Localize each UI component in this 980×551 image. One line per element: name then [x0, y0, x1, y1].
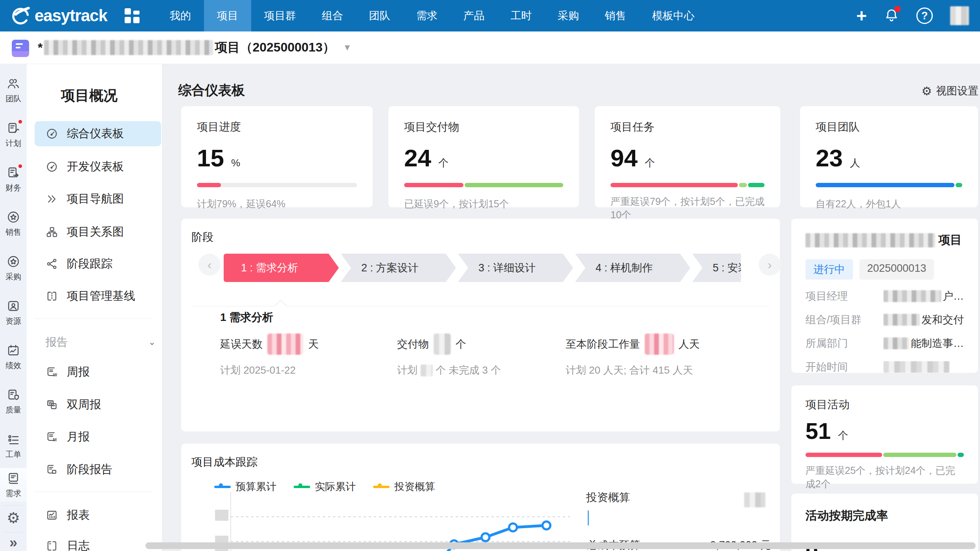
rail-item-quality[interactable]: 质量 — [0, 388, 27, 415]
kpi-title: 项目团队 — [816, 120, 962, 135]
metric-sub: 计划 个 未完成 3 个 — [397, 363, 501, 377]
nav-item-product[interactable]: 产品 — [450, 0, 498, 31]
nav-item-program[interactable]: 项目群 — [251, 0, 309, 31]
nav-item-project[interactable]: 项目 — [204, 0, 251, 31]
sidebar-item-biweekly-report[interactable]: W 双周报 — [35, 392, 161, 417]
rail-item-ticket[interactable]: 工单 — [0, 432, 27, 460]
double-chevron-icon — [46, 193, 58, 205]
view-settings-button[interactable]: ⚙ 视图设置 — [921, 84, 978, 98]
progress-segment — [958, 453, 964, 457]
rail-item-plan[interactable]: 计划 — [0, 121, 27, 149]
kpi-title: 项目进度 — [197, 120, 357, 135]
help-icon[interactable]: ? — [916, 7, 933, 24]
weekly-report-icon: W — [46, 366, 58, 378]
rail-expand-icon[interactable]: » — [0, 534, 27, 551]
create-plus-icon[interactable]: + — [856, 8, 867, 24]
nav-item-my[interactable]: 我的 — [157, 0, 204, 31]
sidebar-item-dev-dashboard[interactable]: 开发仪表板 — [35, 154, 161, 179]
sidebar-item-relationship-map[interactable]: 项目关系图 — [35, 219, 161, 245]
nav-item-sales[interactable]: 销售 — [592, 0, 639, 31]
notification-bell-icon[interactable] — [884, 7, 899, 24]
progress-segment — [610, 183, 738, 187]
rail-divider — [3, 532, 24, 533]
sales-star-icon — [6, 210, 20, 224]
metric-sub: 计划 2025-01-22 — [220, 363, 319, 377]
kpi-card-deliverables: 项目交付物 24个 已延误9个，按计划15个 — [388, 106, 579, 207]
avatar[interactable] — [950, 6, 969, 25]
phase-prev-button[interactable]: ‹ — [199, 254, 221, 276]
field-project-manager: 项目经理 户… — [805, 289, 964, 303]
rail-item-resource[interactable]: 资源 — [0, 299, 27, 326]
metric-deliverables: 交付物 个 计划 个 未完成 3 个 — [397, 334, 501, 377]
quality-icon — [6, 388, 20, 402]
nav-item-portfolio[interactable]: 组合 — [309, 0, 356, 31]
sidebar-item-stage-report[interactable]: 阶段报告 — [35, 457, 161, 482]
phase-4[interactable]: 4 : 样机制作 — [575, 254, 690, 282]
logo[interactable]: easytrack — [0, 6, 119, 26]
demand-doc-icon — [6, 471, 20, 485]
rail-item-team[interactable]: 团队 — [0, 77, 27, 104]
sidebar-item-management-baseline[interactable]: 项目管理基线 — [35, 284, 161, 309]
nav-item-template-center[interactable]: 模板中心 — [639, 0, 708, 31]
rate-title: 活动按期完成率 — [805, 508, 964, 524]
phase-5[interactable]: 5 : 安装调 — [692, 254, 741, 282]
stage-report-icon — [46, 463, 58, 476]
rail-item-performance[interactable]: 绩效 — [0, 343, 27, 371]
sidebar-item-monthly-report[interactable]: M 月报 — [35, 424, 161, 450]
team-icon — [6, 77, 20, 91]
performance-icon — [6, 343, 20, 358]
notification-dot — [894, 6, 901, 12]
kpi-card-progress: 项目进度 15% 计划79%，延误64% — [181, 106, 373, 207]
phase-1[interactable]: 1 : 需求分析 — [224, 254, 339, 282]
phase-detail-notch — [274, 300, 287, 312]
finance-icon — [6, 166, 20, 180]
main-content: 综合仪表板 ⚙ 视图设置 项目进度 15% 计划79%，延误64% 项目交付物 … — [162, 64, 980, 551]
progress-bar — [404, 183, 563, 187]
phase-2[interactable]: 2 : 方案设计 — [341, 254, 456, 282]
progress-segment — [883, 453, 957, 457]
sidebar-section-reports[interactable]: 报告 ⌄ — [46, 335, 156, 350]
nav-item-team[interactable]: 团队 — [356, 0, 403, 31]
sidebar-item-report-charts[interactable]: 报表 — [35, 503, 161, 528]
estimate-panel-title: 投资概算 — [586, 490, 630, 505]
phases-card: 阶段 ‹ 1 : 需求分析 2 : 方案设计 3 : 详细设计 4 : 样机制作… — [181, 219, 780, 431]
nav-item-procurement[interactable]: 采购 — [545, 0, 592, 31]
rail-settings-gear-icon[interactable]: ⚙ — [0, 509, 27, 527]
kpi-caption: 计划79%，延误64% — [197, 197, 357, 211]
progress-segment — [816, 183, 954, 187]
module-rail: 团队 计划 财务 销售 采购 资源 绩效 质量 — [0, 64, 27, 551]
progress-segment — [739, 183, 746, 187]
nav-item-timesheet[interactable]: 工时 — [498, 0, 545, 31]
procurement-star-icon — [6, 254, 20, 269]
rail-item-sales[interactable]: 销售 — [0, 210, 27, 238]
sidebar-item-navigation-map[interactable]: 项目导航图 — [35, 186, 161, 212]
project-title-prefix: * — [38, 41, 42, 55]
legend-marker — [214, 486, 231, 488]
phase-strip: 1 : 需求分析 2 : 方案设计 3 : 详细设计 4 : 样机制作 5 : … — [224, 254, 741, 282]
horizontal-scrollbar[interactable] — [145, 542, 976, 549]
sidebar-item-overview-dashboard[interactable]: 综合仪表板 — [35, 121, 161, 146]
phase-3[interactable]: 3 : 详细设计 — [458, 254, 573, 282]
sidebar-item-log[interactable]: 日志 — [35, 533, 161, 551]
kpi-card-team: 项目团队 23人 自有22人，外包1人 — [800, 106, 978, 207]
sidebar-item-stage-tracking[interactable]: 阶段跟踪 — [35, 251, 161, 276]
apps-grid-icon[interactable] — [123, 7, 141, 25]
phase-next-button[interactable]: › — [759, 254, 781, 276]
nav-item-demand[interactable]: 需求 — [403, 0, 450, 31]
progress-bar — [816, 183, 962, 187]
rail-item-finance[interactable]: 财务 — [0, 166, 27, 193]
project-switch-caret-icon[interactable]: ▼ — [343, 42, 351, 53]
redacted-value — [883, 337, 909, 349]
monthly-report-icon: M — [46, 431, 58, 443]
kpi-unit: % — [231, 157, 240, 169]
project-header-bar: * 项目（2025000013） ▼ — [0, 31, 980, 64]
phase-detail-heading: 1 需求分析 — [220, 310, 273, 325]
project-title[interactable]: * 项目（2025000013） ▼ — [38, 39, 351, 56]
redacted-value — [421, 365, 432, 376]
sidebar-item-weekly-report[interactable]: W 周报 — [35, 359, 161, 385]
svg-text:W: W — [49, 401, 53, 405]
rail-item-procurement[interactable]: 采购 — [0, 254, 27, 282]
app: easytrack 我的 项目 项目群 组合 团队 需求 产品 工时 采购 销售… — [0, 0, 980, 551]
progress-segment — [197, 183, 221, 187]
rail-item-demand[interactable]: 需求 — [0, 468, 27, 502]
